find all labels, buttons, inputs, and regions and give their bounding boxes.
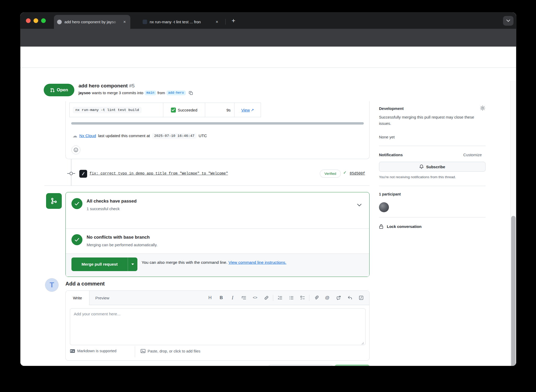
pr-author[interactable]: jaysoo (79, 91, 91, 95)
pr-title: add hero component #5 (79, 83, 135, 89)
git-pull-request-icon (50, 88, 55, 93)
italic-icon[interactable]: I (227, 291, 238, 305)
merge-pull-request-button[interactable]: Merge pull request (71, 257, 137, 271)
zoom-window-button[interactable] (41, 18, 46, 23)
development-heading: Development (379, 106, 404, 111)
quote-icon[interactable] (238, 291, 249, 305)
tab-strip: add hero component by jayso × nx run-man… (20, 13, 516, 29)
markdown-note[interactable]: Markdown is supported (70, 349, 116, 353)
horizontal-scrollbar[interactable] (71, 122, 364, 125)
no-conflicts-subtitle: Merging can be performed automatically. (87, 243, 158, 247)
bold-icon[interactable]: B (216, 291, 227, 305)
cross-reference-icon[interactable] (333, 291, 344, 305)
comment-submit-button[interactable]: Comment (335, 365, 370, 366)
check-command: nx run-many -t lint test build (73, 107, 142, 113)
mention-icon[interactable]: @ (322, 291, 333, 305)
checks-table-row: nx run-many -t lint test build Succeeded… (69, 103, 261, 117)
lock-icon (379, 224, 383, 229)
notifications-status: You're not receiving notifications from … (379, 174, 486, 180)
head-branch-chip[interactable]: add-hero (166, 91, 186, 95)
numbered-list-icon[interactable] (274, 291, 286, 305)
git-merge-tile (46, 193, 62, 209)
section-divider (44, 186, 370, 186)
timezone-label: UTC (199, 133, 207, 138)
merge-box-footer: Merge pull request You can also merge th… (66, 254, 369, 277)
sidebar-divider (379, 146, 485, 146)
gear-icon[interactable] (480, 105, 485, 111)
toolbar-separator (273, 295, 273, 301)
development-none-yet: None yet (379, 134, 486, 140)
check-command-cell: nx run-many -t lint test build (70, 103, 163, 117)
formatting-toolbar: H B I <> (204, 291, 367, 305)
commit-author-avatar[interactable] (79, 170, 87, 178)
git-merge-icon (50, 197, 58, 205)
commit-check-icon: ✓ (343, 170, 347, 175)
subscribe-label: Subscribe (426, 165, 445, 169)
nx-cloud-favicon (143, 20, 147, 24)
resize-handle[interactable] (361, 342, 364, 345)
slash-command-icon[interactable] (355, 291, 367, 305)
copy-icon[interactable] (189, 91, 193, 95)
tab-title: nx run-many -t lint test ... fron (150, 20, 212, 24)
tab-title: add hero component by jayso (64, 20, 119, 24)
browser-toolbar: ← → ⟳ ⌂ github.com/jaysoo3/acme/pull/5 ☆ (20, 29, 516, 47)
close-tab-icon[interactable]: × (214, 20, 220, 24)
view-link[interactable]: View (241, 108, 250, 112)
close-tab-icon[interactable]: × (122, 20, 127, 24)
bell-icon (419, 164, 424, 169)
subscribe-button[interactable]: Subscribe (379, 162, 485, 172)
pr-sticky-header: Open add hero component #5 jaysoo wants … (20, 47, 516, 68)
minimize-window-button[interactable] (34, 18, 38, 23)
pr-state-label: Open (57, 87, 68, 93)
check-duration: 9s (226, 108, 231, 112)
tab-divider (225, 19, 226, 25)
close-window-button[interactable] (26, 18, 31, 23)
paste-files-note[interactable]: Paste, drop, or click to add files (141, 349, 200, 353)
cli-instructions-link[interactable]: View command line instructions. (228, 260, 286, 265)
verified-badge[interactable]: Verified (320, 170, 341, 178)
check-view-cell: View ↗ (234, 103, 261, 117)
comment-input[interactable] (70, 308, 366, 345)
pr-subtitle: jaysoo wants to merge 3 commits into mai… (79, 91, 193, 95)
cloud-icon: ☁ (72, 133, 77, 139)
attach-file-icon[interactable] (310, 291, 322, 305)
scrollbar-thumb[interactable] (511, 216, 516, 366)
tab-pull-request[interactable]: add hero component by jayso × (54, 15, 130, 29)
check-status: Succeeded (178, 108, 197, 112)
participants-heading: 1 participant (379, 192, 401, 196)
merge-options-dropdown[interactable] (128, 257, 137, 271)
commit-sha-link[interactable]: 85d500f (350, 171, 365, 176)
tab-preview[interactable]: Preview (89, 291, 115, 305)
lock-label: Lock conversation (387, 224, 422, 229)
no-conflicts-icon (71, 234, 82, 245)
task-list-icon[interactable] (297, 291, 308, 305)
tab-search-chevron-button[interactable] (503, 16, 513, 26)
no-conflicts-title: No conflicts with base branch (87, 235, 150, 240)
commit-message-link[interactable]: fix: correct typo in demo app title from… (90, 171, 228, 176)
new-tab-button[interactable]: + (229, 16, 238, 25)
browser-window: add hero component by jayso × nx run-man… (20, 13, 516, 366)
tab-nx-cloud[interactable]: nx run-many -t lint test ... fron × (139, 15, 223, 29)
heading-icon[interactable]: H (204, 291, 216, 305)
bulleted-list-icon[interactable] (286, 291, 297, 305)
merge-box-divider (66, 228, 369, 229)
close-pull-request-button[interactable]: Close pull request (269, 365, 333, 366)
add-reaction-button[interactable] (71, 145, 80, 154)
all-checks-title: All checks have passed (87, 199, 137, 204)
expand-checks-chevron-icon[interactable] (357, 204, 361, 206)
check-duration-cell: 9s (205, 103, 234, 117)
tab-write[interactable]: Write (66, 291, 90, 305)
add-comment-heading: Add a comment (65, 281, 105, 287)
lock-conversation-button[interactable]: Lock conversation (379, 224, 422, 229)
toolbar-separator (309, 295, 309, 301)
nx-cloud-link[interactable]: Nx Cloud (79, 133, 96, 138)
external-link-icon: ↗ (251, 108, 254, 112)
customize-link[interactable]: Customize (463, 153, 482, 157)
scrollbar-track[interactable] (510, 81, 516, 366)
link-icon[interactable] (261, 291, 272, 305)
reply-icon[interactable] (344, 291, 355, 305)
updated-text: last updated this comment at (98, 133, 150, 138)
code-icon[interactable]: <> (249, 291, 261, 305)
participant-avatar[interactable] (379, 202, 389, 212)
base-branch-chip[interactable]: main (145, 91, 156, 95)
